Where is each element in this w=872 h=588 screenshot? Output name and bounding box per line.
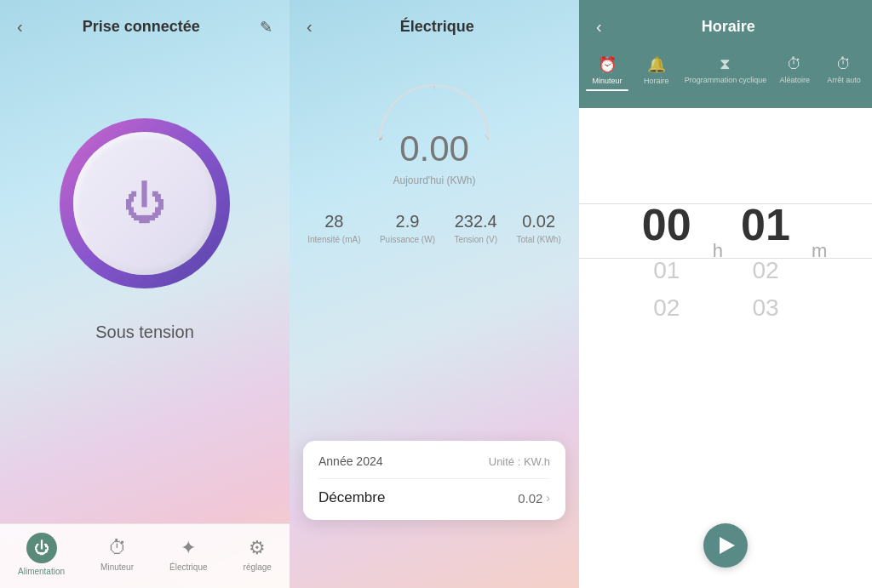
hours-unit-container: h xyxy=(709,225,723,262)
minutes-selected: 01 xyxy=(741,197,790,252)
tab-aleatoire-label: Aléatoire xyxy=(779,76,810,84)
power-button[interactable]: ⏻ xyxy=(73,132,216,275)
nav-alimentation[interactable]: ⏻ Alimentation xyxy=(18,533,65,576)
tab-arret-icon: ⏱ xyxy=(836,55,852,73)
metrics-row: 28 Intensité (mA) 2.9 Puissance (W) 232.… xyxy=(290,195,579,261)
bottom-nav: ⏻ Alimentation ⏱ Minuteur ✦ Électrique ⚙… xyxy=(0,523,290,588)
gauge-container: 0.00 Aujourd'hui (KWh) xyxy=(341,67,528,186)
card-month-value-text: 0.02 xyxy=(518,491,542,505)
metric-total-label: Total (KWh) xyxy=(516,235,560,244)
panel-horaire: ‹ Horaire ⏰ Minuteur 🔔 Horaire ⧗ Program… xyxy=(579,0,872,588)
hours-selected: 00 xyxy=(642,197,691,252)
panel-electrique: ‹ Électrique 0.00 Aujourd'hui (KWh) 28 I… xyxy=(290,0,579,588)
metric-tension-value: 232.4 xyxy=(455,212,497,231)
nav-minuteur[interactable]: ⏱ Minuteur xyxy=(100,537,134,572)
card-header: Année 2024 Unité : KW.h xyxy=(318,454,550,468)
panel3-title-row: ‹ Horaire xyxy=(579,0,872,50)
minuteur-icon: ⏱ xyxy=(108,537,127,559)
reglage-icon: ⚙ xyxy=(249,537,266,559)
nav-alimentation-label: Alimentation xyxy=(18,567,65,576)
tab-arret-label: Arrêt auto xyxy=(827,76,861,84)
metric-tension-label: Tension (V) xyxy=(454,235,497,244)
panel2-back-icon[interactable]: ‹ xyxy=(307,17,313,37)
gauge-subtitle: Aujourd'hui (KWh) xyxy=(393,174,476,186)
tab-horaire-label: Horaire xyxy=(644,77,669,85)
panel3-header: ‹ Horaire ⏰ Minuteur 🔔 Horaire ⧗ Program… xyxy=(579,0,872,108)
hours-unit: h xyxy=(713,240,723,262)
edit-icon[interactable]: ✎ xyxy=(260,18,272,37)
status-text: Sous tension xyxy=(95,323,194,342)
nav-reglage[interactable]: ⚙ réglage xyxy=(244,537,272,572)
tab-arret-auto[interactable]: ⏱ Arrêt auto xyxy=(823,55,865,91)
panel1-title: Prise connectée xyxy=(23,18,260,36)
nav-minuteur-label: Minuteur xyxy=(100,562,134,572)
metric-total-value: 0.02 xyxy=(522,212,555,231)
metric-puissance: 2.9 Puissance (W) xyxy=(380,212,435,244)
tab-cyclique-label: Programmation cyclique xyxy=(685,76,767,84)
alimentation-icon: ⏻ xyxy=(26,533,57,563)
electrique-icon: ✦ xyxy=(181,537,196,559)
minutes-below2: 03 xyxy=(752,289,778,327)
tab-minuteur[interactable]: ⏰ Minuteur xyxy=(586,55,628,91)
minutes-unit-container: m xyxy=(808,225,827,262)
hours-below2: 02 xyxy=(653,289,680,327)
tab-cyclique-icon: ⧗ xyxy=(720,55,731,73)
metric-tension: 232.4 Tension (V) xyxy=(454,212,497,244)
metric-intensite-label: Intensité (mA) xyxy=(307,235,360,244)
panel-prise-connectee: ‹ Prise connectée ✎ ⏻ Sous tension ⏻ Ali… xyxy=(0,0,290,588)
tab-aleatoire[interactable]: ⏱ Aléatoire xyxy=(773,55,816,91)
nav-electrique[interactable]: ✦ Électrique xyxy=(169,537,207,572)
metric-total: 0.02 Total (KWh) xyxy=(516,212,560,244)
tab-minuteur-icon: ⏰ xyxy=(598,55,617,74)
gauge-value: 0.00 xyxy=(399,128,469,169)
tabs-row: ⏰ Minuteur 🔔 Horaire ⧗ Programmation cyc… xyxy=(579,50,872,100)
metric-intensite: 28 Intensité (mA) xyxy=(307,212,360,244)
panel3-back-icon[interactable]: ‹ xyxy=(596,17,602,37)
back-icon[interactable]: ‹ xyxy=(17,17,23,37)
tab-horaire-icon: 🔔 xyxy=(647,55,666,74)
card-unit: Unité : KW.h xyxy=(489,455,550,468)
card-month: Décembre xyxy=(318,489,385,506)
minutes-unit: m xyxy=(812,240,827,262)
panel1-header: ‹ Prise connectée ✎ xyxy=(0,0,290,50)
time-picker[interactable]: 00 01 02 h 01 02 03 m xyxy=(579,159,872,327)
nav-reglage-label: réglage xyxy=(244,562,272,572)
tab-minuteur-label: Minuteur xyxy=(592,77,622,85)
play-button[interactable] xyxy=(703,523,748,568)
panel2-title: Électrique xyxy=(313,18,562,36)
minutes-below: 02 xyxy=(752,252,778,289)
nav-electrique-label: Électrique xyxy=(169,562,207,572)
panel3-title: Horaire xyxy=(602,18,855,36)
power-icon: ⏻ xyxy=(123,182,166,225)
metric-intensite-value: 28 xyxy=(324,212,343,231)
panel3-content: 00 01 02 h 01 02 03 m xyxy=(579,108,872,588)
metric-puissance-label: Puissance (W) xyxy=(380,235,435,244)
metric-puissance-value: 2.9 xyxy=(396,212,420,231)
history-card: Année 2024 Unité : KW.h Décembre 0.02 › xyxy=(303,441,565,520)
tab-aleatoire-icon: ⏱ xyxy=(787,55,802,73)
card-month-row[interactable]: Décembre 0.02 › xyxy=(318,478,550,506)
card-year: Année 2024 xyxy=(318,454,383,468)
panel2-header: ‹ Électrique xyxy=(290,0,579,50)
power-button-container: ⏻ xyxy=(60,118,230,288)
tab-minuteur-underline xyxy=(586,89,628,91)
tab-horaire[interactable]: 🔔 Horaire xyxy=(635,55,678,91)
tab-cyclique[interactable]: ⧗ Programmation cyclique xyxy=(685,55,767,91)
hours-below: 01 xyxy=(653,252,680,289)
play-icon xyxy=(720,537,735,554)
hours-column: 00 01 02 xyxy=(624,159,709,327)
card-month-value-container: 0.02 › xyxy=(518,491,550,505)
power-ring: ⏻ xyxy=(60,118,230,288)
minutes-column: 01 02 03 xyxy=(723,159,808,327)
chevron-right-icon: › xyxy=(546,491,550,505)
